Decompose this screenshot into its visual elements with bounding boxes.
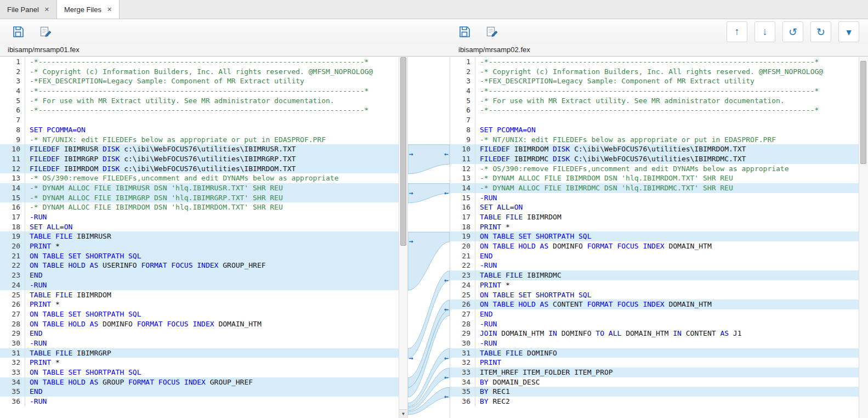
code-line[interactable]: 7: [0, 115, 399, 125]
left-scrollbar[interactable]: ▼: [399, 57, 408, 418]
code-line[interactable]: 22ON TABLE HOLD AS USERINFO FORMAT FOCUS…: [0, 261, 399, 270]
undo-button[interactable]: ↺: [782, 21, 803, 42]
code-line[interactable]: 6-*-------------------------------------…: [450, 105, 859, 115]
code-line[interactable]: 14-* DYNAM ALLOC FILE IBIMRDMC DSN 'hlq.…: [450, 183, 859, 193]
code-line[interactable]: 17TABLE FILE IBIMRDOM: [450, 212, 859, 222]
merge-left-arrow[interactable]: ←: [444, 374, 449, 381]
tab-merge-files[interactable]: Merge Files✕: [57, 0, 120, 19]
code-line[interactable]: 23TABLE FILE IBIMRDMC: [450, 270, 859, 280]
code-line[interactable]: 13-* DYNAM ALLOC FILE IBIMRDOM DSN 'hlq.…: [450, 173, 859, 183]
close-icon[interactable]: ✕: [107, 6, 112, 13]
code-line[interactable]: 20PRINT *: [0, 241, 399, 251]
code-line[interactable]: 6-*-------------------------------------…: [0, 105, 399, 115]
code-line[interactable]: 25ON TABLE SET SHORTPATH SQL: [450, 290, 859, 300]
code-line[interactable]: 29JOIN DOMAIN_HTM IN DOMINFO TO ALL DOMA…: [450, 329, 859, 338]
code-line[interactable]: 20ON TABLE HOLD AS DOMINFO FORMAT FOCUS …: [450, 241, 859, 251]
code-line[interactable]: 33ON TABLE SET SHORTPATH SQL: [0, 368, 399, 377]
code-line[interactable]: 3-*FEX_DESCRIPTION=Legacy Sample: Compon…: [450, 76, 859, 86]
code-line[interactable]: 13-* OS/390:remove FILEDEFs,uncomment an…: [0, 173, 399, 183]
move-up-button[interactable]: ↑: [727, 21, 747, 42]
edit-left-button[interactable]: [35, 21, 56, 42]
merge-left-arrow[interactable]: ←: [444, 306, 449, 313]
more-button[interactable]: ▾: [838, 21, 859, 42]
code-line[interactable]: 36-RUN: [0, 397, 399, 406]
code-line[interactable]: 3-*FEX_DESCRIPTION=Legacy Sample: Compon…: [0, 76, 399, 86]
code-line[interactable]: 30-RUN: [450, 338, 859, 348]
code-line[interactable]: 16SET ALL=ON: [450, 202, 859, 212]
code-line[interactable]: 19ON TABLE SET SHORTPATH SQL: [450, 231, 859, 241]
code-line[interactable]: 31TABLE FILE IBIMRGRP: [0, 348, 399, 358]
merge-left-arrow[interactable]: ←: [444, 276, 449, 284]
code-line[interactable]: 28ON TABLE HOLD AS DOMINFO FORMAT FOCUS …: [0, 319, 399, 329]
code-line[interactable]: 28-RUN: [450, 319, 859, 329]
code-line[interactable]: 34ON TABLE HOLD AS GROUP FORMAT FOCUS IN…: [0, 377, 399, 387]
code-line[interactable]: 18SET ALL=ON: [0, 222, 399, 232]
merge-left-arrow[interactable]: ←: [444, 189, 449, 196]
code-line[interactable]: 27ON TABLE SET SHORTPATH SQL: [0, 309, 399, 319]
code-line[interactable]: 26PRINT *: [0, 300, 399, 309]
code-line[interactable]: 15-* DYNAM ALLOC FILE IBIMRGRP DSN 'hlq.…: [0, 193, 399, 203]
code-line[interactable]: 16-* DYNAM ALLOC FILE IBIMRDOM DSN 'hlq.…: [0, 202, 399, 212]
code-line[interactable]: 31TABLE FILE DOMINFO: [450, 348, 859, 358]
code-line[interactable]: 15-RUN: [450, 193, 859, 203]
tab-file-panel[interactable]: File Panel✕: [0, 0, 57, 19]
merge-left-arrow[interactable]: ←: [444, 150, 449, 157]
code-line[interactable]: 34BY DOMAIN_DESC: [450, 377, 859, 387]
merge-right-arrow[interactable]: →: [409, 150, 413, 157]
code-line[interactable]: 30-RUN: [0, 338, 399, 348]
code-line[interactable]: 26ON TABLE HOLD AS CONTENT FORMAT FOCUS …: [450, 300, 859, 309]
code-line[interactable]: 24-RUN: [0, 280, 399, 290]
code-line[interactable]: 4-*-------------------------------------…: [0, 86, 399, 96]
edit-right-button[interactable]: [481, 21, 502, 42]
code-line[interactable]: 25TABLE FILE IBIMRDOM: [0, 290, 399, 300]
code-line[interactable]: 12-* OS/390:remove FILEDEFs,uncomment an…: [450, 164, 859, 174]
code-line[interactable]: 21ON TABLE SET SHORTPATH SQL: [0, 251, 399, 261]
code-line[interactable]: 10FILEDEF IBIMRDOM DISK C:\ibi\WebFOCUS7…: [450, 144, 859, 154]
code-line[interactable]: 35BY REC1: [450, 387, 859, 397]
code-line[interactable]: 2-* Copyright (c) Information Builders, …: [450, 67, 859, 77]
code-line[interactable]: 36BY REC2: [450, 397, 859, 406]
code-line[interactable]: 35END: [0, 387, 399, 397]
right-scrollbar[interactable]: [859, 57, 868, 418]
merge-left-arrow[interactable]: ←: [444, 393, 449, 400]
code-line[interactable]: 23END: [0, 270, 399, 280]
code-line[interactable]: 22-RUN: [450, 261, 859, 270]
code-line[interactable]: 12FILEDEF IBIMRDOM DISK c:\ibi\WebFOCUS7…: [0, 164, 399, 174]
code-line[interactable]: 9-* NT/UNIX: edit FILEDEFs below as appr…: [450, 135, 859, 145]
merge-right-arrow[interactable]: →: [409, 354, 413, 361]
save-right-button[interactable]: [454, 21, 475, 42]
code-line[interactable]: 11FILEDEF IBIMRGRP DISK c:\ibi\WebFOCUS7…: [0, 154, 399, 164]
close-icon[interactable]: ✕: [44, 6, 49, 13]
code-line[interactable]: 14-* DYNAM ALLOC FILE IBIMRUSR DSN 'hlq.…: [0, 183, 399, 193]
code-line[interactable]: 1-*-------------------------------------…: [0, 57, 399, 67]
code-line[interactable]: 4-*-------------------------------------…: [450, 86, 859, 96]
code-line[interactable]: 9-* NT/UNIX: edit FILEDEFs below as appr…: [0, 135, 399, 145]
code-line[interactable]: 2-* Copyright (c) Information Builders, …: [0, 67, 399, 77]
code-line[interactable]: 7: [450, 115, 859, 125]
code-line[interactable]: 17-RUN: [0, 212, 399, 222]
scrollbar-thumb[interactable]: [860, 61, 866, 164]
code-line[interactable]: 8SET PCOMMA=ON: [0, 125, 399, 135]
code-line[interactable]: 19TABLE FILE IBIMRUSR: [0, 231, 399, 241]
code-line[interactable]: 29END: [0, 329, 399, 338]
code-line[interactable]: 33ITEM_HREF ITEM_FOLDER ITEM_PROP: [450, 368, 859, 377]
code-line[interactable]: 21END: [450, 251, 859, 261]
code-line[interactable]: 11FILEDEF IBIMRDMC DISK C:\ibi\WebFOCUS7…: [450, 154, 859, 164]
merge-left-arrow[interactable]: ←: [444, 354, 449, 361]
code-line[interactable]: 5-* For use with MR Extract utility. See…: [450, 96, 859, 106]
code-line[interactable]: 24PRINT *: [450, 280, 859, 290]
scroll-down-button[interactable]: ▼: [399, 409, 407, 418]
redo-button[interactable]: ↻: [810, 21, 831, 42]
move-down-button[interactable]: ↓: [754, 21, 775, 42]
code-line[interactable]: 18PRINT *: [450, 222, 859, 232]
merge-right-arrow[interactable]: →: [409, 238, 413, 245]
code-line[interactable]: 32PRINT *: [0, 358, 399, 368]
code-line[interactable]: 32PRINT: [450, 358, 859, 368]
save-left-button[interactable]: [8, 21, 29, 42]
scrollbar-thumb[interactable]: [400, 57, 406, 246]
code-line[interactable]: 27END: [450, 309, 859, 319]
merge-right-arrow[interactable]: →: [409, 189, 413, 196]
code-line[interactable]: 1-*-------------------------------------…: [450, 57, 859, 67]
code-line[interactable]: 10FILEDEF IBIMRUSR DISK c:\ibi\WebFOCUS7…: [0, 144, 399, 154]
code-line[interactable]: 8SET PCOMMA=ON: [450, 125, 859, 135]
